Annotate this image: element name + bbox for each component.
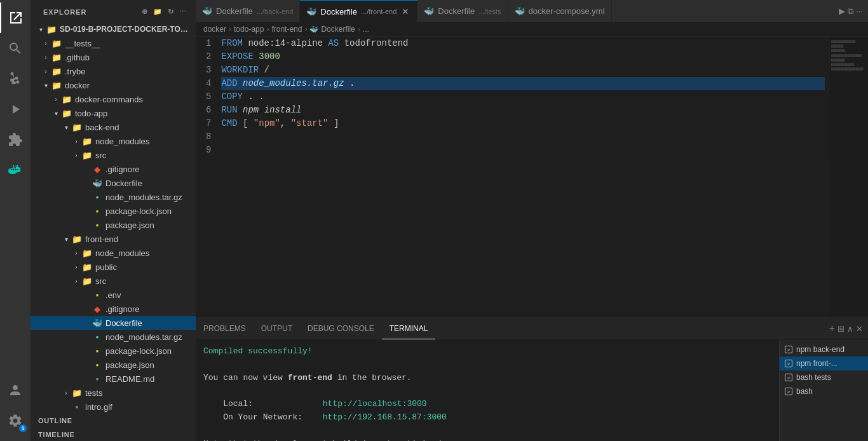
breadcrumb-docker[interactable]: docker	[203, 25, 226, 34]
tree-item-packagejson-be[interactable]: ▪ package.json	[31, 218, 196, 232]
terminal-line-blank	[203, 358, 771, 372]
activity-bar-scm[interactable]	[0, 64, 31, 94]
code-line-7: CMD [ "npm", "start" ]	[221, 117, 825, 130]
activity-bar-run[interactable]	[0, 94, 31, 125]
tab-label-backend: Dockerfile	[216, 6, 253, 16]
tree-label-back-end: back-end	[85, 123, 119, 132]
terminal-icon: >	[785, 346, 792, 353]
tree-item-nodetar-be[interactable]: ▪ node_modules.tar.gz	[31, 190, 196, 204]
activity-bar-docker[interactable]	[0, 155, 31, 186]
tree-item-readme-fe[interactable]: ▪ README.md	[31, 372, 196, 386]
activity-bar-explorer[interactable]	[0, 3, 31, 33]
editor-content[interactable]: 1 2 3 4 5 6 7 8 9 FROM node:14-alpine AS…	[196, 37, 868, 317]
collapse-terminal-icon[interactable]: ∧	[847, 324, 853, 334]
terminal-line-local: Local: http://localhost:3000	[203, 398, 771, 411]
tree-item-packagelock-be[interactable]: ▪ package-lock.json	[31, 204, 196, 218]
folder-icon: 📁	[71, 122, 83, 132]
tree-item-node-modules-fe[interactable]: 📁 node_modules	[31, 246, 196, 260]
tree-item-packagejson-fe[interactable]: ▪ package.json	[31, 358, 196, 372]
tab-dockerfile-frontend[interactable]: 🐳 Dockerfile .../front-end ✕	[300, 0, 417, 22]
tree-item-todo-app[interactable]: 📁 todo-app	[31, 106, 196, 120]
tree-item-front-end[interactable]: 📁 front-end	[31, 232, 196, 246]
network-label: On Your Network:	[203, 411, 318, 424]
terminal-tab-terminal[interactable]: TERMINAL	[382, 318, 436, 339]
tree-label-packagejson-fe: package.json	[105, 360, 154, 370]
minimap: ████████████████ ████████ █████████ ████…	[830, 37, 868, 317]
tree-item-packagelock-fe[interactable]: ▪ package-lock.json	[31, 344, 196, 358]
tree-item-gitignore-fe[interactable]: ◆ .gitignore	[31, 302, 196, 316]
folder-icon: 📁	[81, 136, 93, 146]
tab-dockerfile-backend[interactable]: 🐳 Dockerfile .../back-end	[196, 0, 300, 22]
tree-item-env-fe[interactable]: ▪ .env	[31, 288, 196, 302]
tree-item-dockerfile-fe[interactable]: 🐳 Dockerfile	[31, 316, 196, 330]
tree-item-intro-gif[interactable]: ▪ intro.gif	[31, 400, 196, 414]
tree-item-nodetar-fe[interactable]: ▪ node_modules.tar.gz	[31, 330, 196, 344]
file-icon: ▪	[71, 402, 83, 412]
tree-item-gitignore-be[interactable]: ◆ .gitignore	[31, 162, 196, 176]
run-icon[interactable]: ▶	[839, 6, 845, 16]
panel-item-bash-tests[interactable]: > bash tests	[780, 370, 868, 384]
tree-item-back-end[interactable]: 📁 back-end	[31, 120, 196, 134]
tree-item-tests-folder[interactable]: 📁 tests	[31, 386, 196, 400]
tree-item-docker-commands[interactable]: 📁 docker-commands	[31, 92, 196, 106]
activity-bar-settings[interactable]: 1	[0, 405, 31, 436]
terminal-tab-actions: + ⊞ ∧ ✕	[824, 323, 868, 334]
breadcrumb-docker-icon: 🐳	[309, 25, 318, 34]
breadcrumb-front-end[interactable]: front-end	[271, 25, 302, 34]
new-file-icon[interactable]: ⊕	[140, 6, 149, 17]
close-tab-icon[interactable]: ✕	[400, 6, 410, 17]
tree-label-intro-gif: intro.gif	[85, 402, 112, 412]
refresh-icon[interactable]: ↻	[166, 6, 175, 17]
tree-item-src-fe[interactable]: 📁 src	[31, 274, 196, 288]
tree-label-node-modules-be: node_modules	[95, 137, 149, 146]
tree-item-docker[interactable]: 📁 docker	[31, 78, 196, 92]
new-folder-icon[interactable]: 📁	[152, 6, 164, 17]
tree-label-docker-commands: docker-commands	[75, 95, 143, 104]
terminal-tab-problems[interactable]: PROBLEMS	[196, 318, 254, 339]
more-actions-icon[interactable]: ···	[856, 6, 863, 16]
tree-label-dockerfile-be: Dockerfile	[105, 179, 142, 188]
activity-bar-account[interactable]	[0, 375, 31, 405]
file-icon: ◆	[92, 164, 103, 174]
close-terminal-icon[interactable]: ✕	[856, 324, 863, 334]
tree-item-project-root[interactable]: 📁 SD-019-B-PROJECT-DOCKER-TODO-LIST	[31, 22, 196, 36]
collapse-icon[interactable]: ⋯	[178, 6, 188, 17]
terminal-tab-bar: PROBLEMS OUTPUT DEBUG CONSOLE TERMINAL +…	[196, 318, 868, 340]
code-line-4: ADD node_modules.tar.gz .	[221, 77, 825, 90]
panel-item-npm-backend[interactable]: > npm back-end	[780, 343, 868, 356]
tree-item-tests[interactable]: 📁 __tests__	[31, 36, 196, 50]
panel-item-npm-frontend[interactable]: > npm front-...	[780, 356, 868, 370]
timeline-section[interactable]: TIMELINE	[31, 428, 196, 441]
code-line-2: EXPOSE 3000	[221, 50, 825, 64]
terminal-tab-output[interactable]: OUTPUT	[254, 318, 300, 339]
panel-item-bash[interactable]: > bash	[780, 384, 868, 398]
terminal-tab-debug[interactable]: DEBUG CONSOLE	[300, 318, 382, 339]
tree-item-src-be[interactable]: 📁 src	[31, 148, 196, 162]
terminal-content[interactable]: Compiled successfully! You can now view …	[196, 340, 779, 441]
tree-item-public-fe[interactable]: 📁 public	[31, 260, 196, 274]
activity-bar-search[interactable]	[0, 33, 31, 64]
tree-item-github[interactable]: 📁 .github	[31, 50, 196, 64]
view-prefix: You can now view	[203, 373, 288, 383]
tree-item-node-modules-be[interactable]: 📁 node_modules	[31, 134, 196, 148]
chevron-icon	[61, 234, 71, 244]
folder-icon: 📁	[51, 80, 62, 90]
code-editor[interactable]: FROM node:14-alpine AS todofrontend EXPO…	[216, 37, 830, 317]
compiled-text: Compiled successfully!	[203, 346, 313, 356]
breadcrumb-dockerfile[interactable]: Dockerfile	[321, 25, 355, 34]
sidebar: EXPLORER ⊕ 📁 ↻ ⋯ 📁 SD-019-B-PROJECT-DOCK…	[31, 0, 196, 441]
new-terminal-icon[interactable]: +	[829, 323, 835, 334]
tab-docker-compose[interactable]: 🐳 docker-compose.yml	[508, 0, 612, 22]
activity-bar-extensions[interactable]	[0, 125, 31, 155]
tree-item-dockerfile-be[interactable]: 🐳 Dockerfile	[31, 176, 196, 190]
chevron-icon	[61, 122, 71, 132]
split-terminal-icon[interactable]: ⊞	[837, 324, 844, 334]
breadcrumb-todo-app[interactable]: todo-app	[234, 25, 264, 34]
tab-bar: 🐳 Dockerfile .../back-end 🐳 Dockerfile .…	[196, 0, 868, 22]
tree-item-trybe[interactable]: 📁 .trybe	[31, 64, 196, 78]
tab-dockerfile-tests[interactable]: 🐳 Dockerfile .../tests	[417, 0, 508, 22]
code-line-6: RUN npm install	[221, 104, 825, 117]
split-editor-icon[interactable]: ⧉	[848, 6, 853, 17]
tree-label-src-fe: src	[95, 276, 106, 286]
outline-section[interactable]: OUTLINE	[31, 414, 196, 428]
